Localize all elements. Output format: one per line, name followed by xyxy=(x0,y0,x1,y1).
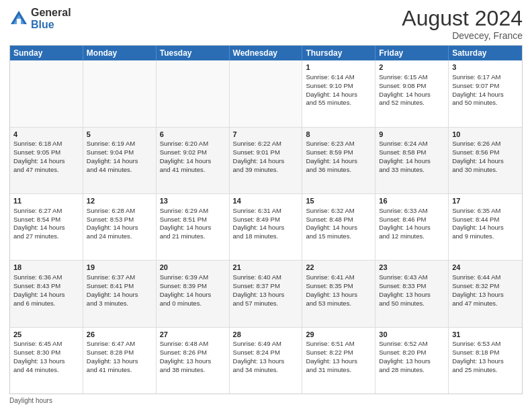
calendar-header-cell: Thursday xyxy=(302,46,375,60)
calendar-cell-empty xyxy=(157,60,230,126)
calendar-cell: 1Sunrise: 6:14 AMSunset: 9:10 PMDaylight… xyxy=(302,60,375,126)
day-info-line: Sunset: 8:49 PM xyxy=(233,216,299,224)
day-info-line: and 44 minutes. xyxy=(87,166,152,175)
day-number: 1 xyxy=(306,62,371,73)
calendar-cell: 6Sunrise: 6:20 AMSunset: 9:02 PMDaylight… xyxy=(157,128,230,193)
day-number: 13 xyxy=(160,196,226,206)
day-info-line: and 33 minutes. xyxy=(379,166,445,175)
day-info-line: Sunrise: 6:14 AM xyxy=(306,73,371,82)
calendar-cell-empty xyxy=(10,60,83,126)
day-info-line: Daylight: 13 hours xyxy=(379,291,445,300)
calendar-cell: 13Sunrise: 6:29 AMSunset: 8:51 PMDayligh… xyxy=(157,194,230,260)
day-info-line: Daylight: 13 hours xyxy=(452,291,519,300)
day-info-line: Sunrise: 6:20 AM xyxy=(160,140,226,148)
calendar-cell: 28Sunrise: 6:49 AMSunset: 8:24 PMDayligh… xyxy=(230,328,303,394)
day-info-line: Daylight: 14 hours xyxy=(87,224,152,232)
day-info-line: and 0 minutes. xyxy=(160,300,226,308)
day-info-line: Sunset: 8:51 PM xyxy=(160,216,226,224)
day-info-line: Sunrise: 6:36 AM xyxy=(13,273,79,282)
day-info-line: Sunset: 8:26 PM xyxy=(160,349,226,357)
day-number: 6 xyxy=(160,130,226,140)
day-number: 17 xyxy=(452,196,519,206)
calendar-cell-empty xyxy=(83,60,157,126)
day-info-line: Sunrise: 6:39 AM xyxy=(160,273,226,282)
day-info-line: and 3 minutes. xyxy=(87,300,152,308)
calendar-row: 18Sunrise: 6:36 AMSunset: 8:43 PMDayligh… xyxy=(10,261,522,327)
day-info-line: and 47 minutes. xyxy=(452,300,519,308)
main-title: August 2024 xyxy=(402,7,523,30)
day-info-line: Sunrise: 6:26 AM xyxy=(452,140,519,148)
calendar-cell-empty xyxy=(230,60,303,126)
day-info-line: Sunrise: 6:19 AM xyxy=(87,140,152,148)
day-info-line: Sunrise: 6:53 AM xyxy=(452,340,519,349)
day-info-line: Daylight: 14 hours xyxy=(379,224,445,232)
day-number: 16 xyxy=(379,196,445,206)
day-info-line: and 50 minutes. xyxy=(379,300,445,308)
day-info-line: and 25 minutes. xyxy=(452,366,519,375)
calendar-cell: 5Sunrise: 6:19 AMSunset: 9:04 PMDaylight… xyxy=(83,128,157,193)
svg-rect-2 xyxy=(17,19,21,24)
calendar-cell: 14Sunrise: 6:31 AMSunset: 8:49 PMDayligh… xyxy=(230,194,303,260)
calendar-cell: 4Sunrise: 6:18 AMSunset: 9:05 PMDaylight… xyxy=(10,128,83,193)
logo-blue-text: Blue xyxy=(31,19,71,31)
day-info-line: Daylight: 14 hours xyxy=(379,157,445,166)
day-info-line: Daylight: 14 hours xyxy=(160,157,226,166)
day-info-line: Daylight: 13 hours xyxy=(306,357,371,366)
day-number: 23 xyxy=(379,263,445,273)
calendar-cell: 30Sunrise: 6:52 AMSunset: 8:20 PMDayligh… xyxy=(375,328,449,394)
day-info-line: Sunset: 8:59 PM xyxy=(306,148,371,157)
logo: General Blue xyxy=(9,7,71,30)
calendar-cell: 21Sunrise: 6:40 AMSunset: 8:37 PMDayligh… xyxy=(230,261,303,326)
calendar-header-cell: Monday xyxy=(83,46,157,60)
calendar-header-cell: Sunday xyxy=(10,46,83,60)
day-info-line: Daylight: 14 hours xyxy=(87,157,152,166)
calendar-cell: 27Sunrise: 6:48 AMSunset: 8:26 PMDayligh… xyxy=(157,328,230,394)
day-info-line: and 34 minutes. xyxy=(233,366,299,375)
day-info-line: and 21 minutes. xyxy=(160,232,226,241)
day-info-line: and 50 minutes. xyxy=(452,99,519,107)
logo-icon xyxy=(9,9,28,28)
day-number: 3 xyxy=(452,62,519,73)
day-info-line: Sunrise: 6:51 AM xyxy=(306,340,371,349)
day-number: 21 xyxy=(233,263,299,273)
day-info-line: Daylight: 14 hours xyxy=(233,224,299,232)
day-info-line: Daylight: 14 hours xyxy=(160,224,226,232)
day-info-line: Sunset: 8:41 PM xyxy=(87,282,152,291)
day-info-line: Sunset: 8:24 PM xyxy=(233,349,299,357)
day-info-line: Sunrise: 6:15 AM xyxy=(379,73,445,82)
day-info-line: Sunset: 9:04 PM xyxy=(87,148,152,157)
day-info-line: Daylight: 14 hours xyxy=(87,291,152,300)
day-info-line: Daylight: 13 hours xyxy=(233,357,299,366)
calendar-cell: 23Sunrise: 6:43 AMSunset: 8:33 PMDayligh… xyxy=(375,261,449,326)
day-info-line: and 28 minutes. xyxy=(379,366,445,375)
calendar-cell: 16Sunrise: 6:33 AMSunset: 8:46 PMDayligh… xyxy=(375,194,449,260)
day-info-line: and 31 minutes. xyxy=(306,366,371,375)
day-number: 24 xyxy=(452,263,519,273)
day-number: 18 xyxy=(13,263,79,273)
day-number: 28 xyxy=(233,330,299,340)
day-info-line: Sunset: 9:07 PM xyxy=(452,82,519,91)
page: General Blue August 2024 Devecey, France… xyxy=(0,0,532,411)
footer-note: Daylight hours xyxy=(9,397,523,404)
day-number: 26 xyxy=(87,330,152,340)
day-info-line: Daylight: 14 hours xyxy=(13,224,79,232)
day-info-line: Daylight: 14 hours xyxy=(160,291,226,300)
day-number: 20 xyxy=(160,263,226,273)
day-info-line: Daylight: 13 hours xyxy=(306,291,371,300)
calendar-cell: 12Sunrise: 6:28 AMSunset: 8:53 PMDayligh… xyxy=(83,194,157,260)
calendar-cell: 29Sunrise: 6:51 AMSunset: 8:22 PMDayligh… xyxy=(302,328,375,394)
day-info-line: and 30 minutes. xyxy=(452,166,519,175)
calendar-cell: 31Sunrise: 6:53 AMSunset: 8:18 PMDayligh… xyxy=(449,328,522,394)
day-info-line: Sunset: 8:33 PM xyxy=(379,282,445,291)
day-info-line: Daylight: 14 hours xyxy=(306,157,371,166)
day-info-line: Daylight: 13 hours xyxy=(87,357,152,366)
day-info-line: Daylight: 14 hours xyxy=(13,157,79,166)
day-info-line: Sunrise: 6:47 AM xyxy=(87,340,152,349)
day-info-line: Sunset: 8:56 PM xyxy=(452,148,519,157)
calendar-cell: 26Sunrise: 6:47 AMSunset: 8:28 PMDayligh… xyxy=(83,328,157,394)
day-number: 31 xyxy=(452,330,519,340)
day-number: 22 xyxy=(306,263,371,273)
subtitle: Devecey, France xyxy=(402,30,523,41)
day-info-line: Sunset: 9:08 PM xyxy=(379,82,445,91)
day-number: 19 xyxy=(87,263,152,273)
